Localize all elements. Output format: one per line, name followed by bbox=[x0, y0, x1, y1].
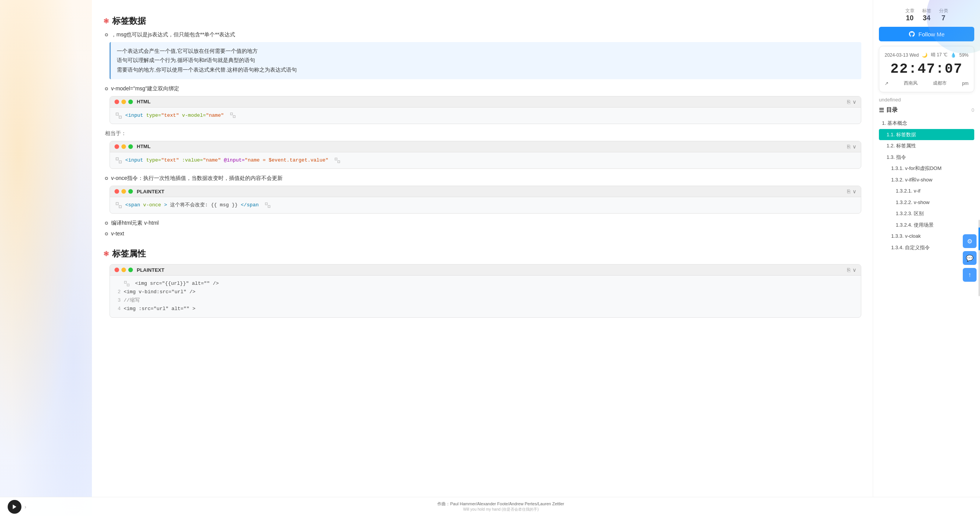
toc-item-4[interactable]: 1.3.1. v-for和虚拟DOM bbox=[879, 163, 974, 174]
toc-item-3[interactable]: 1.3. 指令 bbox=[879, 152, 974, 163]
toc-item-6[interactable]: 1.3.2.1. v-if bbox=[879, 185, 974, 197]
svg-rect-6 bbox=[119, 161, 121, 163]
svg-rect-1 bbox=[119, 116, 121, 118]
main-content: ❃ 标签数据 ，msg也可以是js表达式，但只能包含**单个**表达式 一个表达… bbox=[92, 0, 873, 516]
left-sidebar bbox=[0, 0, 92, 516]
bullet5-item: v-text bbox=[103, 230, 861, 237]
left-sidebar-bg bbox=[0, 0, 92, 516]
music-info: 作曲：Paul Hammer/Alexander Foote/Andrew Pe… bbox=[29, 501, 972, 512]
toc-item-9[interactable]: 1.3.2.4. 使用场景 bbox=[879, 219, 974, 231]
code-actions-4[interactable]: ⎘ ∨ bbox=[847, 267, 856, 273]
svg-rect-10 bbox=[119, 206, 121, 208]
svg-rect-7 bbox=[335, 158, 337, 160]
bullet3-item: v-once指令：执行一次性地插值，当数据改变时，插值处的内容不会更新 bbox=[103, 175, 861, 182]
svg-rect-8 bbox=[338, 160, 340, 162]
expand-icon-2[interactable]: ∨ bbox=[852, 144, 856, 150]
info-line3: 需要语句的地方,你可以使用一个表达式来代替.这样的语句称之为表达式语句 bbox=[117, 65, 855, 75]
toc-title: ☰ 目录 bbox=[879, 106, 898, 114]
bullet1-text: ，msg也可以是js表达式，但只能包含**单个**表达式 bbox=[111, 31, 235, 38]
expand-icon-4[interactable]: ∨ bbox=[852, 267, 856, 273]
line-num-4-4: 4 bbox=[115, 305, 121, 313]
expand-icon-3[interactable]: ∨ bbox=[852, 188, 856, 194]
dot-green-3 bbox=[128, 189, 133, 194]
stat-article-label: 文章 bbox=[905, 8, 915, 14]
weather-wind-icon: ↗ bbox=[885, 81, 888, 86]
music-expand-arrow[interactable]: › bbox=[21, 504, 29, 510]
svg-marker-15 bbox=[13, 505, 16, 509]
copy-icon-1[interactable]: ⎘ bbox=[847, 99, 850, 105]
toc-scrollbar-track bbox=[978, 220, 980, 296]
toc-item-5[interactable]: 1.3.2. v-if和v-show bbox=[879, 174, 974, 186]
settings-button[interactable]: ⚙ bbox=[963, 234, 977, 248]
code-line-4-3: 3 //缩写 bbox=[115, 296, 219, 305]
weather-humidity-icon: 💧 bbox=[951, 52, 956, 58]
top-button[interactable]: ↑ bbox=[963, 268, 977, 282]
music-album-art[interactable] bbox=[8, 500, 21, 514]
code-body-2: <input type="text" :value="name" @input=… bbox=[110, 152, 861, 168]
code-lines-4: <img src="{{url}}" alt="" /> 2 <img v-bi… bbox=[115, 279, 219, 313]
compress-icon-1 bbox=[115, 112, 122, 119]
section2-icon: ❃ bbox=[103, 250, 109, 258]
toc-item-0[interactable]: 1. 基本概念 bbox=[879, 118, 974, 129]
weather-condition: 晴 17 ℃ bbox=[931, 52, 947, 58]
action-buttons: ⚙ 💬 ↑ bbox=[961, 231, 978, 285]
weather-time: 22:47:07 bbox=[885, 61, 969, 77]
section1-title: ❃ 标签数据 bbox=[103, 15, 861, 27]
expand-icon-1[interactable]: ∨ bbox=[852, 99, 856, 105]
toc-title-text: 目录 bbox=[886, 106, 898, 114]
toc-scrollbar-thumb[interactable] bbox=[978, 227, 980, 250]
toc-item-8[interactable]: 1.3.2.3. 区别 bbox=[879, 208, 974, 219]
svg-rect-14 bbox=[127, 284, 129, 286]
copy-icon-2[interactable]: ⎘ bbox=[847, 144, 850, 150]
code-block-4: PLAINTEXT ⎘ ∨ <img src="{{url}}" alt="" … bbox=[110, 264, 861, 317]
code-actions-3[interactable]: ⎘ ∨ bbox=[847, 188, 856, 194]
compress-icon-2 bbox=[115, 157, 122, 164]
equal-label: 相当于： bbox=[105, 130, 861, 137]
code-dots-4 bbox=[115, 268, 133, 272]
info-line2: 语句可以理解成一个行为.循环语句和if语句就是典型的语句 bbox=[117, 56, 855, 65]
code-body-4: <img src="{{url}}" alt="" /> 2 <img v-bi… bbox=[110, 276, 861, 317]
bullet5-text: v-text bbox=[111, 230, 124, 237]
toc-item-2[interactable]: 1.2. 标签属性 bbox=[879, 140, 974, 152]
svg-rect-4 bbox=[233, 116, 235, 118]
bullet2-text: v-model="msg"建立双向绑定 bbox=[111, 85, 179, 92]
play-icon[interactable] bbox=[11, 504, 18, 510]
toc-item-11[interactable]: 1.3.4. 自定义指令 bbox=[879, 242, 974, 253]
dot-yellow-2 bbox=[121, 144, 126, 149]
toc-item-10[interactable]: 1.3.3. v-cloak bbox=[879, 230, 974, 242]
svg-rect-3 bbox=[231, 113, 232, 115]
bullet1-circle bbox=[105, 33, 108, 36]
code-header-2: HTML ⎘ ∨ bbox=[110, 141, 861, 152]
line-num-4-2: 2 bbox=[115, 288, 121, 296]
code-text-3: <span v-once > 这个将不会改变: {{ msg }} </span bbox=[125, 201, 856, 209]
stat-article: 文章 10 bbox=[905, 8, 915, 22]
chat-button[interactable]: 💬 bbox=[963, 251, 977, 265]
code-header-1: HTML ⎘ ∨ bbox=[110, 96, 861, 108]
bullet1-item: ，msg也可以是js表达式，但只能包含**单个**表达式 bbox=[103, 31, 861, 38]
dot-red-3 bbox=[115, 189, 119, 194]
code-header-4: PLAINTEXT ⎘ ∨ bbox=[110, 265, 861, 276]
svg-rect-0 bbox=[116, 113, 118, 115]
settings-icon: ⚙ bbox=[967, 238, 972, 245]
copy-icon-4[interactable]: ⎘ bbox=[847, 267, 850, 273]
code-line-4-1: <img src="{{url}}" alt="" /> bbox=[115, 279, 219, 288]
bullet5-circle bbox=[105, 232, 108, 235]
code-text-1: <input type="text" v-model="name" bbox=[125, 111, 856, 120]
svg-rect-13 bbox=[124, 281, 126, 283]
toc-item-1[interactable]: 1.1. 标签数据 bbox=[879, 129, 974, 140]
code-actions-2[interactable]: ⎘ ∨ bbox=[847, 144, 856, 150]
bullet2-circle bbox=[105, 87, 108, 90]
svg-rect-12 bbox=[268, 206, 270, 207]
chat-icon: 💬 bbox=[966, 255, 973, 262]
copy-icon-3[interactable]: ⎘ bbox=[847, 188, 850, 194]
bullet3-text: v-once指令：执行一次性地插值，当数据改变时，插值处的内容不会更新 bbox=[111, 175, 283, 182]
toc-header: ☰ 目录 0 bbox=[879, 106, 974, 114]
dot-red-4 bbox=[115, 268, 119, 272]
code-lang-4: PLAINTEXT bbox=[137, 267, 847, 273]
toc-item-7[interactable]: 1.3.2.2. v-show bbox=[879, 197, 974, 208]
weather-ampm: pm bbox=[962, 81, 969, 86]
right-sidebar-decoration bbox=[926, 0, 980, 54]
weather-bottom: ↗ 西南风 成都市 pm bbox=[885, 80, 969, 87]
svg-rect-11 bbox=[265, 202, 267, 204]
code-actions-1[interactable]: ⎘ ∨ bbox=[847, 99, 856, 105]
